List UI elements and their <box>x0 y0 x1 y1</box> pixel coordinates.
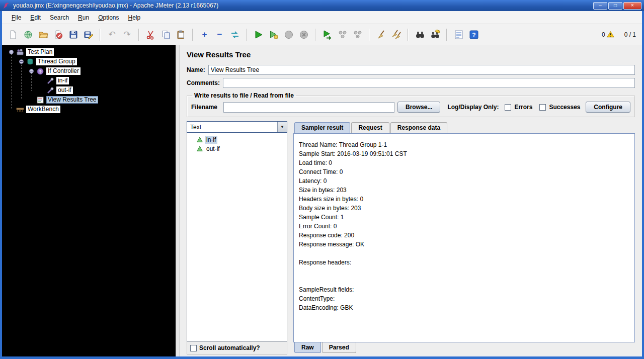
function-helper-icon[interactable] <box>452 28 465 41</box>
tab-raw[interactable]: Raw <box>294 342 321 353</box>
result-item-in-if[interactable]: in-if <box>196 135 287 144</box>
remote-start-all-icon[interactable] <box>320 28 334 41</box>
main-content: Test Plan Thread Group ? If Controller i… <box>2 45 642 356</box>
svg-text:?: ? <box>39 69 42 74</box>
maximize-button[interactable]: □ <box>608 2 622 10</box>
test-plan-tree: Test Plan Thread Group ? If Controller i… <box>2 45 176 356</box>
results-tree-column: Text ▼ in-if out-if <box>187 121 287 354</box>
result-item-label: out-if <box>205 145 221 153</box>
toggle-icon[interactable] <box>228 28 242 41</box>
menu-search[interactable]: Search <box>45 12 73 23</box>
remote-stop-all-icon[interactable] <box>336 28 349 41</box>
toolbar-separator <box>369 29 370 41</box>
clear-icon[interactable] <box>374 28 388 41</box>
tree-item-label: Thread Group <box>36 58 77 65</box>
warning-icon <box>607 31 614 38</box>
write-results-group-title: Write results to file / Read from file <box>192 92 296 99</box>
menu-file[interactable]: File <box>7 12 26 23</box>
results-list: in-if out-if <box>187 133 287 342</box>
tree-item-if-controller[interactable]: ? If Controller <box>26 66 176 76</box>
save-as-icon[interactable] <box>82 28 95 41</box>
tree-item-label: If Controller <box>46 67 80 75</box>
scroll-automatically-bar: Scroll automatically? <box>187 342 287 354</box>
help-icon[interactable]: ? <box>467 28 480 41</box>
start-no-timers-icon[interactable] <box>267 28 280 41</box>
scroll-automatically-checkbox[interactable] <box>190 345 197 351</box>
errors-label[interactable]: Errors <box>514 104 532 111</box>
log-error-counter[interactable]: 0 <box>602 31 614 38</box>
clear-all-icon[interactable] <box>389 28 403 41</box>
configure-button[interactable]: Configure <box>586 102 630 113</box>
template-icon[interactable] <box>21 28 35 41</box>
menu-run[interactable]: Run <box>73 12 94 23</box>
tree-expand-handle[interactable] <box>26 66 36 76</box>
successes-label[interactable]: Successes <box>549 104 580 111</box>
toolbar-separator <box>138 29 139 41</box>
window-title: youdao.jmx (E:\xingnengceshi\youdao.jmx)… <box>13 2 590 9</box>
shutdown-icon[interactable] <box>297 28 310 41</box>
result-success-icon <box>196 136 203 143</box>
view-results-tree-panel: View Results Tree Name: Comments: Write … <box>180 45 642 356</box>
view-mode-select[interactable]: Text ▼ <box>187 121 287 133</box>
name-input[interactable] <box>208 65 635 75</box>
cut-icon[interactable] <box>144 28 157 41</box>
tree-item-label: out-if <box>56 86 73 94</box>
write-results-group: Write results to file / Read from file F… <box>187 92 635 117</box>
jmeter-logo-icon <box>3 2 10 10</box>
tab-request[interactable]: Request <box>351 122 389 133</box>
tab-sampler-result[interactable]: Sampler result <box>294 122 350 133</box>
tree-item-test-plan[interactable]: Test Plan <box>6 47 176 57</box>
undo-icon[interactable]: ↶ <box>105 28 119 41</box>
tree-item-out-if[interactable]: out-if <box>46 85 176 95</box>
comments-input[interactable] <box>223 78 635 88</box>
copy-icon[interactable] <box>159 28 173 41</box>
browse-button[interactable]: Browse... <box>397 102 440 113</box>
redo-icon[interactable]: ↷ <box>120 28 134 41</box>
tree-item-thread-group[interactable]: Thread Group <box>16 57 176 66</box>
toolbar-separator <box>408 29 409 41</box>
tree-item-in-if[interactable]: in-if <box>46 76 176 85</box>
add-icon[interactable]: + <box>198 28 211 41</box>
open-file-icon[interactable] <box>36 28 50 41</box>
test-plan-icon <box>16 48 24 56</box>
tree-item-label: Test Plan <box>26 48 54 56</box>
result-item-label: in-if <box>205 136 217 144</box>
chevron-down-icon[interactable]: ▼ <box>277 122 287 132</box>
minimize-button[interactable]: – <box>593 2 607 10</box>
start-icon[interactable] <box>252 28 265 41</box>
toolbar-separator <box>446 29 447 41</box>
close-file-icon[interactable] <box>51 28 65 41</box>
search-reset-icon[interactable] <box>428 28 442 41</box>
remote-shutdown-all-icon[interactable] <box>351 28 364 41</box>
tree-connector-line <box>11 54 12 110</box>
menu-options[interactable]: Options <box>94 12 123 23</box>
save-icon[interactable] <box>66 28 80 41</box>
toolbar-separator <box>246 29 247 41</box>
search-icon[interactable] <box>413 28 427 41</box>
tab-response-data[interactable]: Response data <box>390 122 447 133</box>
close-button[interactable]: × <box>623 2 641 10</box>
menu-edit[interactable]: Edit <box>26 12 45 23</box>
tree-expand-handle[interactable] <box>6 47 16 57</box>
result-item-out-if[interactable]: out-if <box>196 144 287 153</box>
successes-checkbox[interactable] <box>539 104 546 111</box>
remove-icon[interactable]: − <box>213 28 226 41</box>
tree-item-view-results-tree[interactable]: View Results Tree <box>36 95 176 105</box>
window-frame: File Edit Search Run Options Help ↶ ↷ + … <box>0 11 644 359</box>
tree-item-workbench[interactable]: WorkBench <box>16 105 176 114</box>
tree-expand-handle[interactable] <box>16 57 26 66</box>
filename-label: Filename <box>191 104 217 111</box>
sampler-result-text: Thread Name: Thread Group 1-1 Sample Sta… <box>293 133 635 342</box>
window-controls: – □ × <box>593 2 641 10</box>
thread-group-icon <box>26 58 34 66</box>
menu-help[interactable]: Help <box>124 12 145 23</box>
log-display-only-label: Log/Display Only: <box>447 104 499 111</box>
new-file-icon[interactable] <box>6 28 20 41</box>
filename-input[interactable] <box>223 102 394 113</box>
errors-checkbox[interactable] <box>505 104 511 111</box>
scroll-automatically-label[interactable]: Scroll automatically? <box>199 344 260 351</box>
paste-icon[interactable] <box>174 28 188 41</box>
vertical-splitter[interactable] <box>176 45 180 356</box>
stop-icon[interactable] <box>282 28 295 41</box>
tab-parsed[interactable]: Parsed <box>322 342 356 353</box>
